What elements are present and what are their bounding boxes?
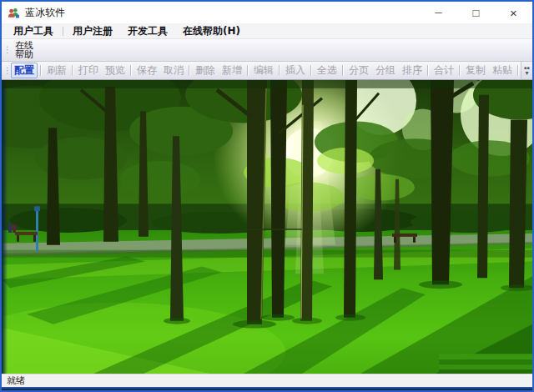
minimize-button[interactable]: ─ xyxy=(420,2,457,23)
toolbar-item: 打印 xyxy=(76,63,101,78)
toolbar-separator xyxy=(427,65,429,76)
online-help-label-line2: 帮助 xyxy=(15,50,33,59)
action-toolbar-items: 配置刷新打印预览保存取消删除新增编辑插入全选分页分组排序合计复制粘贴导入导出升序… xyxy=(10,63,521,78)
statusbar: 就绪 xyxy=(2,374,532,387)
toolbar-item: 预览 xyxy=(103,63,128,78)
forest-photo xyxy=(2,80,532,374)
toolbar-item: 新增 xyxy=(219,63,244,78)
window-title: 蓝冰软件 xyxy=(25,6,65,20)
toolbar-separator xyxy=(189,65,190,76)
toolbar-item: 分组 xyxy=(373,63,398,78)
toolbar-item: 复制 xyxy=(463,63,488,78)
toolbar-separator xyxy=(40,65,42,76)
online-help-button[interactable]: 在线 帮助 xyxy=(10,39,38,61)
menu-item[interactable]: 用户工具 xyxy=(6,24,61,38)
toolbar-separator xyxy=(342,65,344,76)
toolbar-item: 全选 xyxy=(315,63,340,78)
toolbar-item: 分页 xyxy=(346,63,371,78)
toolbar-item[interactable]: 配置 xyxy=(11,63,38,78)
app-window: 蓝冰软件 ─ □ × 用户工具用户注册开发工具在线帮助(H) ⋮ 在线 帮助 ⋮… xyxy=(0,0,534,392)
action-toolbar: ⋮ 配置刷新打印预览保存取消删除新增编辑插入全选分页分组排序合计复制粘贴导入导出… xyxy=(2,62,532,80)
toolbar-item: 刷新 xyxy=(44,63,69,78)
toolbar-separator xyxy=(247,65,249,76)
menu-item[interactable]: 用户注册 xyxy=(65,24,120,38)
app-logo-icon xyxy=(8,7,20,19)
status-text: 就绪 xyxy=(7,374,25,387)
toolbar-item: 取消 xyxy=(161,63,186,78)
toolbar-item: 排序 xyxy=(400,63,425,78)
menu-item[interactable]: 在线帮助(H) xyxy=(175,24,248,38)
window-controls: ─ □ × xyxy=(420,2,532,23)
toolbar-separator xyxy=(517,65,519,76)
forest-photo-graphic xyxy=(2,80,532,374)
toolbar-separator xyxy=(72,65,73,76)
window-bottom-border xyxy=(2,387,532,390)
toolbar-separator xyxy=(130,65,132,76)
menubar: 用户工具用户注册开发工具在线帮助(H) xyxy=(2,23,532,39)
toolbar-separator xyxy=(310,65,312,76)
toolbar-separator xyxy=(459,65,461,76)
toolbar-grip-icon: ⋮ xyxy=(3,67,10,75)
toolbar-separator xyxy=(279,65,280,76)
maximize-button[interactable]: □ xyxy=(457,2,495,23)
close-button[interactable]: × xyxy=(495,2,532,23)
toolbar-item: 合计 xyxy=(431,63,456,78)
toolbar-item: 粘贴 xyxy=(490,63,515,78)
toolbar-item: 保存 xyxy=(134,63,159,78)
menu-separator xyxy=(63,27,63,36)
help-toolbar: ⋮ 在线 帮助 xyxy=(2,39,532,62)
chevron-down-icon: ▾ xyxy=(525,70,528,76)
menu-item[interactable]: 开发工具 xyxy=(120,24,175,38)
toolbar-item: 编辑 xyxy=(251,63,276,78)
toolbar-overflow-button[interactable]: ▪▪ ▾ xyxy=(521,62,532,79)
toolbar-item: 删除 xyxy=(193,63,218,78)
toolbar-item: 插入 xyxy=(283,63,308,78)
toolbar-grip-icon: ⋮ xyxy=(3,46,10,54)
titlebar: 蓝冰软件 ─ □ × xyxy=(2,2,532,23)
